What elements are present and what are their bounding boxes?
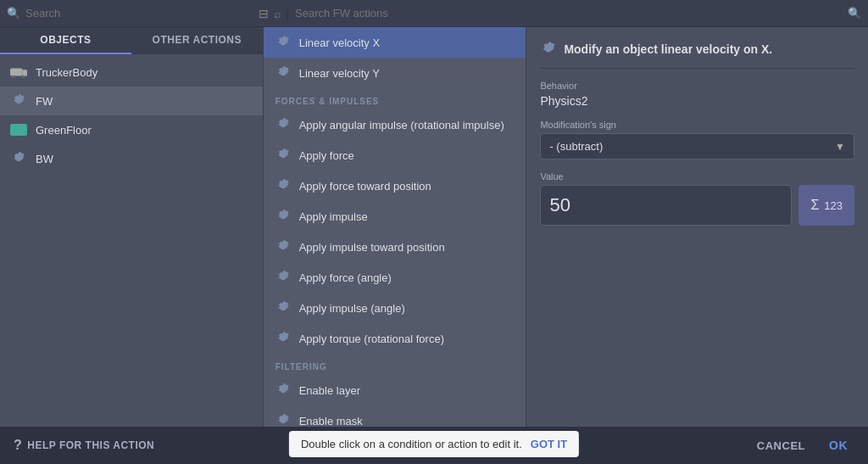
action-apply-impulse-angle[interactable]: Apply impulse (angle) (264, 293, 526, 323)
svg-rect-1 (23, 70, 27, 75)
greenFloor-icon (10, 121, 27, 138)
bottom-bar: ? HELP FOR THIS ACTION Double click on a… (0, 427, 868, 464)
tabs-row: OBJECTS OTHER ACTIONS (0, 27, 263, 54)
modification-value: - (subtract) (549, 140, 603, 153)
action-apply-angular-impulse[interactable]: Apply angular impulse (rotational impuls… (264, 109, 526, 140)
sigma-icon: Σ (810, 198, 819, 213)
truckerBody-icon (10, 64, 27, 81)
left-panel: OBJECTS OTHER ACTIONS TruckerBody (0, 27, 264, 427)
modification-field: Modification's sign - (subtract) ▼ (540, 120, 854, 159)
app-layout: 🔍 ⊟ ⌕ 🔍 OBJECTS OTHER ACTIONS (0, 0, 868, 464)
gear-icon-impulse-toward (275, 239, 291, 254)
help-label: HELP FOR THIS ACTION (27, 439, 154, 451)
gear-icon-torque (275, 331, 291, 346)
truckerBody-label: TruckerBody (36, 66, 97, 79)
bw-icon (10, 150, 27, 167)
middle-panel: Linear velocity X Linear velocity Y FORC… (264, 27, 527, 427)
fw-icon (10, 92, 27, 109)
action-buttons: CANCEL OK (750, 435, 854, 456)
action-linear-velocity-x[interactable]: Linear velocity X (264, 27, 526, 58)
gear-icon-impulse-angle (275, 300, 291, 316)
gear-icon-force-angle (275, 270, 291, 285)
behavior-field: Behavior Physics2 (540, 81, 854, 108)
gear-icon-force-toward (275, 178, 291, 193)
object-item-truckerBody[interactable]: TruckerBody (0, 58, 263, 87)
notification-text: Double click on a condition or action to… (301, 438, 522, 450)
question-icon: ? (14, 438, 22, 453)
dropdown-arrow-icon: ▼ (835, 141, 845, 153)
gear-icon-linear-y (275, 65, 291, 81)
help-link[interactable]: ? HELP FOR THIS ACTION (14, 438, 154, 453)
object-item-bw[interactable]: BW (0, 144, 263, 173)
behavior-value: Physics2 (540, 94, 854, 108)
left-search-icon: 🔍 (7, 7, 20, 20)
action-apply-force-toward[interactable]: Apply force toward position (264, 171, 526, 201)
content-area: OBJECTS OTHER ACTIONS TruckerBody (0, 27, 868, 427)
value-field: Value Σ 123 (540, 171, 854, 226)
tab-other-actions[interactable]: OTHER ACTIONS (131, 27, 263, 54)
filter-icon[interactable]: ⊟ (259, 7, 269, 20)
action-apply-force-angle[interactable]: Apply force (angle) (264, 262, 526, 293)
apply-impulse-label: Apply impulse (299, 210, 368, 223)
sigma-button[interactable]: Σ 123 (798, 185, 854, 226)
right-panel-title: Modify an object linear velocity on X. (564, 42, 772, 56)
enable-layer-label: Enable layer (299, 384, 360, 397)
apply-force-angle-label: Apply force (angle) (299, 271, 392, 284)
object-item-greenFloor[interactable]: GreenFloor (0, 115, 263, 144)
action-linear-velocity-y[interactable]: Linear velocity Y (264, 58, 526, 88)
cancel-button[interactable]: CANCEL (750, 436, 812, 456)
forces-section-header: FORCES & IMPULSES (264, 88, 526, 109)
action-apply-impulse-toward[interactable]: Apply impulse toward position (264, 232, 526, 262)
right-panel-title-bar: Modify an object linear velocity on X. (540, 41, 854, 69)
bw-gear-svg (11, 151, 26, 166)
modification-label: Modification's sign (540, 120, 854, 130)
angular-impulse-label: Apply angular impulse (rotational impuls… (299, 119, 504, 131)
gear-icon-linear-x (275, 35, 291, 50)
right-panel: Modify an object linear velocity on X. B… (526, 27, 868, 427)
top-bar: 🔍 ⊟ ⌕ 🔍 (0, 0, 868, 27)
action-apply-impulse[interactable]: Apply impulse (264, 201, 526, 232)
value-row: Σ 123 (540, 185, 854, 226)
title-gear-icon (540, 41, 557, 58)
apply-force-toward-label: Apply force toward position (299, 180, 431, 193)
bw-label: BW (36, 153, 53, 165)
behavior-label: Behavior (540, 81, 854, 91)
got-it-button[interactable]: GOT IT (531, 438, 567, 450)
tab-objects[interactable]: OBJECTS (0, 27, 131, 54)
left-search-input[interactable] (25, 7, 253, 20)
svg-rect-0 (10, 68, 23, 75)
search-icon-left[interactable]: ⌕ (274, 7, 281, 20)
gear-icon-enable-mask (275, 413, 291, 427)
linear-velocity-y-label: Linear velocity Y (299, 67, 380, 80)
ok-button[interactable]: OK (822, 435, 854, 456)
gear-icon-impulse (275, 209, 291, 224)
apply-impulse-toward-label: Apply impulse toward position (299, 241, 445, 254)
truck-svg (10, 66, 27, 78)
right-search-area: 🔍 (288, 7, 868, 20)
right-search-icon: 🔍 (848, 7, 861, 20)
apply-impulse-angle-label: Apply impulse (angle) (299, 302, 405, 315)
action-apply-torque[interactable]: Apply torque (rotational force) (264, 323, 526, 354)
enable-mask-label: Enable mask (299, 415, 363, 428)
filtering-section-header: FILTERING (264, 354, 526, 375)
fw-gear-svg (11, 93, 26, 109)
action-enable-layer[interactable]: Enable layer (264, 375, 526, 405)
gear-icon-force (275, 148, 291, 163)
right-search-input[interactable] (295, 7, 843, 20)
greenFloor-label: GreenFloor (36, 124, 92, 137)
apply-torque-label: Apply torque (rotational force) (299, 333, 444, 345)
action-apply-force[interactable]: Apply force (264, 140, 526, 171)
notification-box: Double click on a condition or action to… (289, 431, 579, 457)
action-enable-mask[interactable]: Enable mask (264, 405, 526, 427)
objects-list: TruckerBody FW GreenFloor (0, 54, 263, 427)
fw-label: FW (36, 95, 53, 108)
value-input[interactable] (540, 185, 792, 226)
apply-force-label: Apply force (299, 149, 354, 162)
modification-dropdown[interactable]: - (subtract) ▼ (540, 133, 854, 159)
gear-icon-angular (275, 117, 291, 132)
linear-velocity-x-label: Linear velocity X (299, 36, 380, 49)
value-label: Value (540, 171, 854, 182)
object-item-fw[interactable]: FW (0, 87, 263, 115)
sigma-value-label: 123 (824, 199, 843, 212)
gear-icon-enable-layer (275, 383, 291, 398)
